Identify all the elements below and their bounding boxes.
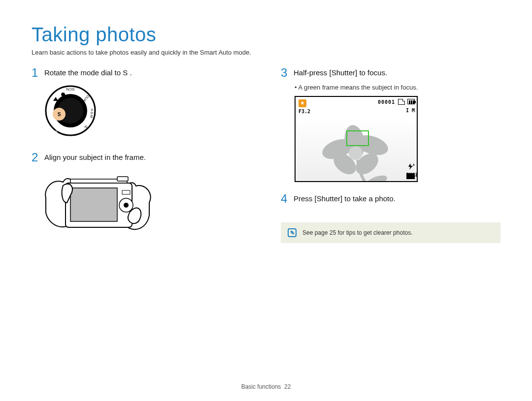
- shot-counter: 00001: [378, 99, 395, 105]
- stabilization-icon: DUAL: [406, 173, 415, 179]
- left-column: 1 Rotate the mode dial to S . S SCN DUAL…: [32, 67, 251, 251]
- mode-dial-icon: S SCN DUAL A·S·M P AUTO: [43, 84, 251, 140]
- battery-icon: [407, 99, 415, 104]
- step-number: 2: [32, 152, 44, 163]
- svg-rect-15: [122, 190, 130, 194]
- page-title: Taking photos: [32, 24, 500, 46]
- svg-text:SCN: SCN: [66, 87, 74, 92]
- footer-section: Basic functions: [241, 383, 281, 390]
- tip-callout: ✎ See page 25 for tips to get clearer ph…: [281, 222, 500, 243]
- step-text: Align your subject in the frame.: [44, 152, 146, 161]
- right-column: 3 Half-press [Shutter] to focus. A green…: [281, 67, 500, 251]
- step-4: 4 Press [Shutter] to take a photo.: [281, 193, 500, 205]
- lcd-preview-icon: F3.2 00001 I M A DUAL: [295, 96, 418, 182]
- footer-page-number: 22: [284, 383, 291, 390]
- step-text: Rotate the mode dial to S .: [44, 67, 132, 77]
- flash-icon: A: [407, 163, 415, 170]
- svg-text:A: A: [413, 163, 415, 166]
- note-icon: ✎: [288, 228, 297, 237]
- memory-card-icon: [398, 99, 405, 105]
- step-text: Half-press [Shutter] to focus.: [294, 67, 387, 77]
- scene-mode-icon: [299, 99, 306, 107]
- camera-hold-icon: [43, 168, 251, 239]
- step-1: 1 Rotate the mode dial to S .: [32, 67, 251, 79]
- step-2: 2 Align your subject in the frame.: [32, 152, 251, 163]
- svg-point-14: [124, 203, 129, 208]
- svg-point-23: [349, 146, 363, 160]
- two-column-layout: 1 Rotate the mode dial to S . S SCN DUAL…: [32, 67, 500, 251]
- step-text: Press [Shutter] to take a photo.: [294, 193, 396, 203]
- aperture-value: F3.2: [299, 109, 310, 114]
- step-number: 4: [281, 193, 294, 205]
- step-number: 1: [32, 67, 44, 79]
- step-3: 3 Half-press [Shutter] to focus.: [281, 67, 500, 79]
- focus-frame-icon: [346, 130, 369, 146]
- svg-text:S: S: [58, 112, 61, 117]
- svg-rect-12: [70, 188, 117, 221]
- svg-point-24: [365, 173, 389, 182]
- step-number: 3: [281, 67, 294, 79]
- svg-rect-17: [117, 177, 128, 181]
- scene-flower-icon: [310, 115, 404, 182]
- step-3-bullet: A green frame means the subject in focus…: [295, 84, 500, 91]
- manual-page: Taking photos Learn basic actions to tak…: [0, 0, 532, 401]
- note-text: See page 25 for tips to get clearer phot…: [302, 229, 412, 236]
- intro-text: Learn basic actions to take photos easil…: [32, 49, 500, 56]
- page-footer: Basic functions 22: [0, 383, 532, 390]
- image-size-indicator: I M: [406, 108, 415, 113]
